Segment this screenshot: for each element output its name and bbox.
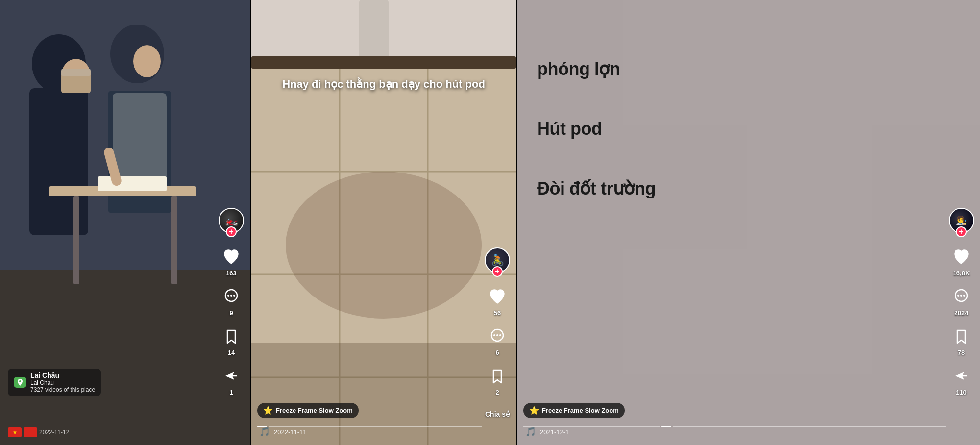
bookmark-icon-1	[220, 325, 242, 347]
svg-rect-8	[61, 69, 91, 76]
date-1: 2022-11-12	[39, 429, 69, 436]
location-name-en: Lai Chau	[30, 379, 95, 386]
comment-btn-1[interactable]: 9	[220, 286, 242, 317]
bookmark-btn-3[interactable]: 78	[951, 325, 972, 356]
share-label-2[interactable]: Chia sẻ	[485, 410, 510, 418]
action-buttons-panel2: 🚴 + 56 6	[485, 247, 510, 396]
comment-btn-3[interactable]: 2024	[951, 286, 972, 317]
comment-icon-3	[951, 286, 972, 307]
date-panel3: 🎵 2021-12-1	[525, 426, 569, 437]
freeze-text-2: Freeze Frame Slow Zoom	[276, 407, 353, 414]
date-panel2: 🎵 2022-11-11	[259, 426, 307, 437]
svg-point-18	[227, 295, 229, 297]
progress-active-3	[662, 426, 671, 427]
svg-point-38	[499, 334, 501, 336]
flag-vn: ★	[8, 427, 22, 437]
share-icon-3	[951, 365, 972, 387]
location-name-vi: Lai Châu	[30, 371, 95, 379]
like-btn-2[interactable]: 56	[487, 286, 508, 317]
bookmark-btn-2[interactable]: 2	[487, 365, 508, 396]
like-count-2: 56	[494, 309, 501, 317]
location-pin-icon	[14, 377, 26, 388]
location-text: Lai Châu Lai Chau 7327 videos of this pl…	[30, 371, 95, 393]
bookmark-btn-1[interactable]: 14	[220, 325, 242, 356]
svg-point-7	[133, 45, 161, 77]
progress-bar-3	[523, 426, 946, 427]
bookmark-icon-3	[951, 325, 972, 347]
freeze-icon-2: ⭐	[263, 406, 273, 415]
share-count-1: 1	[229, 389, 233, 396]
svg-point-20	[233, 295, 235, 297]
follow-btn-3[interactable]: +	[956, 226, 967, 237]
video-panel-1: 🏍️ + 163 9	[0, 0, 250, 445]
like-btn-3[interactable]: 16,8K	[951, 246, 972, 277]
svg-rect-15	[74, 196, 79, 284]
freeze-badge-3[interactable]: ⭐ Freeze Frame Slow Zoom	[523, 403, 625, 418]
freeze-badge-2[interactable]: ⭐ Freeze Frame Slow Zoom	[257, 403, 359, 418]
bookmark-count-1: 14	[228, 349, 235, 356]
share-icon-1	[220, 365, 242, 387]
svg-point-33	[286, 172, 482, 319]
svg-point-37	[496, 334, 498, 336]
location-count: 7327 videos of this place	[30, 386, 95, 393]
comment-btn-2[interactable]: 6	[487, 325, 508, 356]
follow-btn-2[interactable]: +	[492, 266, 503, 277]
flag-row: ★ 2022-11-12	[8, 427, 69, 437]
svg-point-42	[957, 295, 959, 297]
freeze-icon-3: ⭐	[529, 406, 539, 415]
avatar-wrap-1[interactable]: 🏍️ +	[219, 208, 244, 233]
video-caption-2: Hnay đi học thằng bạn dạy cho hút pod	[278, 77, 490, 93]
comment-icon-1	[220, 286, 242, 307]
svg-rect-24	[359, 0, 389, 64]
progress-after	[673, 426, 946, 427]
like-btn-1[interactable]: 163	[220, 246, 242, 277]
video-panel-3: phóng lợn Hút pod Đòi đốt trường 🧑‍🎨 + 1…	[517, 0, 980, 445]
svg-rect-16	[172, 196, 177, 284]
share-btn-3[interactable]: 110	[951, 365, 972, 396]
svg-rect-26	[251, 56, 516, 69]
comment-count-3: 2024	[955, 309, 969, 317]
action-buttons-panel3: 🧑‍🎨 + 16,8K 2024	[949, 208, 974, 396]
like-count-3: 16,8K	[953, 270, 970, 277]
bookmark-count-3: 78	[958, 349, 965, 356]
avatar-wrap-3[interactable]: 🧑‍🎨 +	[949, 208, 974, 233]
heart-icon-2	[487, 286, 508, 307]
bookmark-count-2: 2	[495, 389, 499, 396]
like-count-1: 163	[226, 270, 237, 277]
share-count-3: 110	[956, 389, 967, 396]
heart-icon-3	[951, 246, 972, 268]
panel3-texts: phóng lợn Hút pod Đòi đốt trường	[517, 59, 946, 199]
freeze-text-3: Freeze Frame Slow Zoom	[542, 407, 619, 414]
video-panel-2: Hnay đi học thằng bạn dạy cho hút pod 🚴 …	[251, 0, 516, 445]
panel3-text-2: Hút pod	[537, 119, 946, 139]
comment-count-2: 6	[495, 349, 499, 356]
panel3-text-1: phóng lợn	[537, 59, 946, 79]
panel3-text-3: Đòi đốt trường	[537, 178, 946, 199]
follow-btn-1[interactable]: +	[226, 226, 237, 237]
bookmark-icon-2	[487, 365, 508, 387]
svg-point-21	[19, 380, 21, 382]
svg-point-19	[230, 295, 232, 297]
svg-point-36	[493, 334, 495, 336]
avatar-wrap-2[interactable]: 🚴 +	[485, 247, 510, 273]
svg-rect-12	[98, 176, 167, 191]
heart-icon-1	[220, 246, 242, 268]
svg-rect-14	[0, 270, 250, 445]
svg-point-43	[960, 295, 962, 297]
flag-2	[24, 427, 37, 437]
location-badge[interactable]: Lai Châu Lai Chau 7327 videos of this pl…	[8, 369, 101, 396]
action-buttons-panel1: 🏍️ + 163 9	[219, 208, 244, 396]
comment-count-1: 9	[229, 309, 233, 317]
share-btn-1[interactable]: 1	[220, 365, 242, 396]
svg-point-44	[963, 295, 965, 297]
comment-icon-2	[487, 325, 508, 347]
